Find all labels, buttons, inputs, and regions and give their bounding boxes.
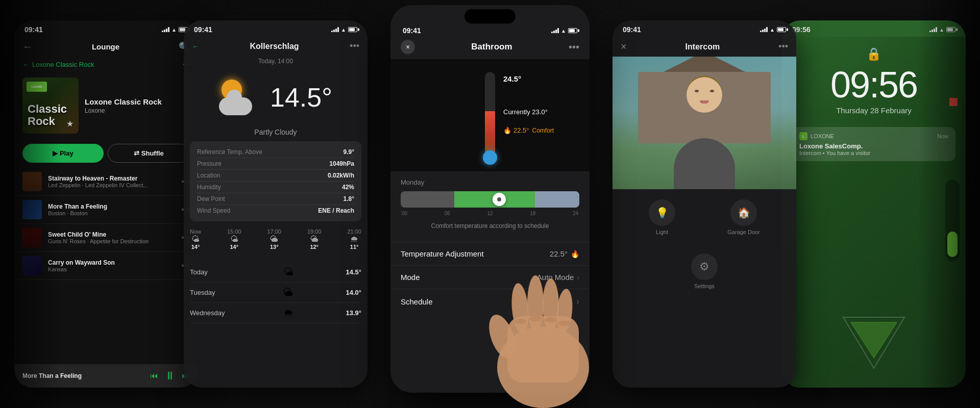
schedule-description: Comfort temperature according to schedul… <box>401 220 579 235</box>
daily-forecast: Today 🌤 14.5° Tuesday 🌥 14.0° Wednesday … <box>184 257 368 328</box>
more-icon[interactable]: ••• <box>569 41 579 53</box>
light-label: Light <box>656 229 668 235</box>
weather-more-icon[interactable]: ••• <box>350 41 359 52</box>
battery-icon-2 <box>348 27 357 32</box>
loxone-v-logo <box>838 312 910 373</box>
notif-time: Now <box>937 133 948 139</box>
light-button[interactable]: 💡 <box>649 199 675 226</box>
mode-value: Auto Mode › <box>537 273 579 282</box>
track-artist: Boston · Boston <box>48 210 175 216</box>
back-icon[interactable]: ← <box>22 41 33 53</box>
comfort-text: Comfort <box>532 127 554 134</box>
detail-value: 1049hPa <box>329 160 354 167</box>
track-thumb <box>22 172 42 191</box>
light-button-wrap: 💡 Light <box>649 199 675 235</box>
temp-comfort-label: 🔥 22.5° Comfort <box>503 126 554 134</box>
track-artist: Kansas <box>48 266 175 272</box>
intercom-more-icon[interactable]: ••• <box>778 41 788 52</box>
wifi-icon-1: ▲ <box>172 27 177 33</box>
lock-date: Thursday 28 February <box>792 106 955 115</box>
schedule-bar[interactable] <box>401 191 579 208</box>
breadcrumb-back-icon[interactable]: ← <box>22 61 29 68</box>
album-info: Loxone Classic Rock Loxone <box>85 97 190 114</box>
track-row[interactable]: Sweet Child O' Mine Guns N' Roses · Appe… <box>14 224 198 252</box>
brightness-slider[interactable] <box>945 180 960 261</box>
weather-detail-row: Wind Speed ENE / Reach <box>197 205 354 216</box>
mode-label: Mode <box>401 273 420 282</box>
intercom-title: Intercom <box>685 42 720 52</box>
detail-label: Location <box>197 172 220 179</box>
lock-icon: 🔒 <box>792 47 955 61</box>
detail-value: ENE / Reach <box>318 207 354 214</box>
track-row[interactable]: More Than a Feeling Boston · Boston ••• <box>14 196 198 224</box>
lock-time: 09:56 <box>792 66 955 103</box>
notif-logo: L <box>799 132 807 140</box>
weather-detail-row: Pressure 1049hPa <box>197 158 354 170</box>
prev-icon[interactable]: ⏮ <box>150 371 158 380</box>
pause-icon[interactable]: ⏸ <box>164 369 176 382</box>
play-button[interactable]: ▶ Play <box>22 144 104 163</box>
thermo-schedule: Monday 00 06 12 18 24 Comfort temperatur… <box>390 171 590 242</box>
schedule-handle[interactable] <box>493 193 506 206</box>
detail-label: Pressure <box>197 160 222 167</box>
settings-label: Settings <box>694 283 715 289</box>
cloud-icon <box>219 97 252 115</box>
signal-icon-5 <box>929 27 937 32</box>
detail-value: 0.02kW/h <box>328 172 354 179</box>
track-name: More Than a Feeling <box>48 203 175 210</box>
red-dot-indicator <box>949 98 958 106</box>
track-row[interactable]: Carry on Wayward Son Kansas ••• <box>14 252 198 280</box>
schedule-row[interactable]: Schedule › <box>390 289 590 314</box>
intercom-person <box>612 57 796 189</box>
status-bar-1: 09:41 ▲ <box>14 20 198 37</box>
settings-button[interactable]: ⚙ <box>691 253 718 280</box>
track-name: Sweet Child O' Mine <box>48 231 175 238</box>
temp-adjustment-value: 22.5° 🔥 <box>550 249 579 258</box>
garage-icon: 🏠 <box>738 207 750 219</box>
thermo-settings: Temperature Adjustment 22.5° 🔥 Mode Auto… <box>390 242 590 314</box>
status-icons-4: ▲ <box>760 27 786 33</box>
status-icons-1: ▲ <box>162 27 188 33</box>
weather-icon <box>219 77 260 118</box>
close-button[interactable]: × <box>401 40 415 54</box>
weather-details: Reference Temp. Above 9.9° Pressure 1049… <box>190 141 361 221</box>
garage-button[interactable]: 🏠 <box>730 199 757 226</box>
thermo-title: Bathroom <box>471 42 512 52</box>
lock-screen: 🔒 09:56 Thursday 28 February L LOXONE No… <box>782 37 966 388</box>
album-subtitle: Loxone <box>85 107 190 114</box>
thermometer-wrap: 24.5° Currently 23.0° 🔥 22.5° Comfort <box>485 72 495 159</box>
weather-detail-row: Humidity 42% <box>197 182 354 193</box>
intercom-close-icon[interactable]: × <box>621 41 627 53</box>
mode-row[interactable]: Mode Auto Mode › <box>390 265 590 289</box>
weather-back-icon[interactable]: ← <box>192 42 199 50</box>
schedule-ticks: 00 06 12 18 24 <box>401 211 579 216</box>
star-icon[interactable]: ★ <box>66 119 74 129</box>
track-row[interactable]: Stairway to Heaven - Remaster Led Zeppel… <box>14 168 198 196</box>
time-1: 09:41 <box>24 26 43 34</box>
hourly-forecast: Now🌤14° 15:00🌤14° 17:00🌥13° 19:00🌥12° 21… <box>184 221 368 257</box>
nav-title: Lounge <box>92 42 119 51</box>
schedule-day: Monday <box>401 178 579 186</box>
chevron-right-icon: › <box>577 273 579 282</box>
breadcrumb: ← Loxone Classic Rock ••• <box>14 57 198 72</box>
phone-weather: 09:41 ▲ ← Kollerschlag ••• Today, 14:00 … <box>184 20 368 388</box>
loxone-logo: LOXONE <box>27 82 47 92</box>
weather-detail-row: Dew Point 1.8° <box>197 193 354 205</box>
thermo-visual: 24.5° Currently 23.0° 🔥 22.5° Comfort <box>390 59 590 171</box>
flame-icon: 🔥 <box>503 126 511 134</box>
status-bar-2: 09:41 ▲ <box>184 20 368 37</box>
track-thumb <box>22 256 42 275</box>
track-info: Carry on Wayward Son Kansas <box>48 259 175 272</box>
track-thumb <box>22 228 42 247</box>
detail-label: Dew Point <box>197 195 225 202</box>
notif-title: Loxone SalesComp. <box>799 142 948 150</box>
time-3: 09:41 <box>403 27 421 35</box>
track-list: Stairway to Heaven - Remaster Led Zeppel… <box>14 168 198 280</box>
intercom-video <box>612 57 796 189</box>
shuffle-button[interactable]: ⇄ Shuffle <box>108 144 190 163</box>
close-icon: × <box>406 43 410 51</box>
temp-adjustment-row[interactable]: Temperature Adjustment 22.5° 🔥 <box>390 242 590 265</box>
schedule-label: Schedule <box>401 297 433 306</box>
person-head <box>687 77 722 113</box>
track-name: Stairway to Heaven - Remaster <box>48 175 175 182</box>
